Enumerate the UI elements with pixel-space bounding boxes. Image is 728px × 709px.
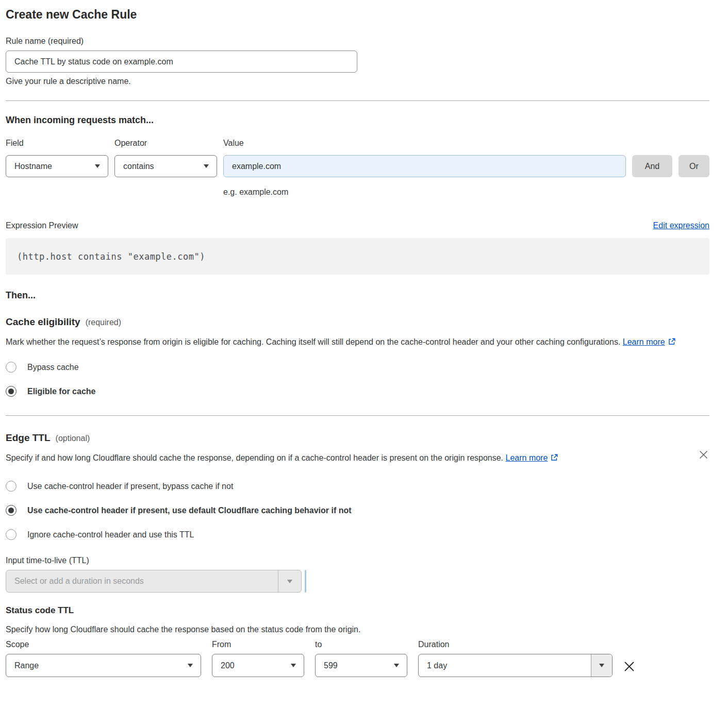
radio-option-default-caching-behavior[interactable]: Use cache-control header if present, use…	[6, 505, 709, 516]
from-select-value: 200	[221, 661, 235, 670]
rule-name-input[interactable]	[6, 50, 357, 73]
match-heading: When incoming requests match...	[6, 114, 709, 126]
status-code-ttl-heading: Status code TTL	[6, 605, 709, 616]
radio-checked-icon[interactable]	[6, 505, 16, 516]
chevron-down-icon	[291, 664, 296, 667]
chevron-down-icon	[95, 164, 100, 168]
field-select[interactable]: Hostname	[6, 155, 108, 177]
to-select-value: 599	[324, 661, 338, 670]
status-code-ttl-row: Scope From to Duration Range 200 599 1 d…	[6, 639, 709, 677]
radio-icon[interactable]	[6, 481, 16, 492]
close-icon[interactable]	[699, 450, 708, 460]
edge-ttl-description: Specify if and how long Cloudflare shoul…	[6, 451, 573, 466]
page-title: Create new Cache Rule	[6, 7, 709, 22]
scope-select[interactable]: Range	[6, 654, 201, 677]
chevron-down-icon	[188, 664, 193, 667]
section-divider	[6, 415, 709, 416]
to-select[interactable]: 599	[315, 654, 407, 677]
radio-option-bypass-if-no-header[interactable]: Use cache-control header if present, byp…	[6, 481, 709, 492]
or-button[interactable]: Or	[679, 155, 709, 177]
edge-ttl-learn-more-link[interactable]: Learn more	[506, 453, 559, 462]
rule-name-help: Give your rule a descriptive name.	[6, 77, 709, 86]
edge-ttl-heading: Edge TTL	[6, 432, 51, 444]
cache-eligibility-heading: Cache eligibility	[6, 316, 80, 328]
chevron-down-icon	[394, 664, 399, 667]
cache-eligibility-description: Mark whether the request’s response from…	[6, 335, 709, 350]
expression-preview-label: Expression Preview	[6, 221, 78, 231]
edge-ttl-section: Edge TTL (optional) Specify if and how l…	[6, 432, 709, 677]
then-heading: Then...	[6, 290, 709, 301]
to-label: to	[315, 639, 407, 650]
chevron-down-icon	[204, 164, 209, 168]
radio-checked-icon[interactable]	[6, 386, 16, 397]
operator-select[interactable]: contains	[114, 155, 217, 177]
rule-name-label: Rule name (required)	[6, 36, 709, 46]
cache-eligibility-qualifier: (required)	[86, 318, 121, 327]
radio-icon[interactable]	[6, 362, 16, 373]
create-cache-rule-page: Create new Cache Rule Rule name (require…	[0, 0, 728, 677]
ttl-duration-select: Select or add a duration in seconds	[6, 570, 302, 593]
chevron-down-icon	[591, 654, 612, 677]
duration-select-value: 1 day	[419, 654, 591, 677]
scope-select-value: Range	[14, 661, 39, 670]
radio-option-ignore-header-use-ttl[interactable]: Ignore cache-control header and use this…	[6, 529, 709, 540]
field-label: Field	[6, 138, 108, 148]
edge-ttl-options: Use cache-control header if present, byp…	[6, 481, 709, 540]
external-link-icon	[550, 452, 558, 466]
duration-select[interactable]: 1 day	[418, 654, 613, 677]
edge-ttl-qualifier: (optional)	[56, 434, 90, 443]
cache-eligibility-options: Bypass cache Eligible for cache	[6, 362, 709, 397]
section-divider	[6, 100, 709, 101]
ttl-duration-placeholder: Select or add a duration in seconds	[6, 570, 278, 592]
value-label: Value	[223, 138, 626, 148]
scope-label: Scope	[6, 639, 201, 650]
operator-select-value: contains	[123, 162, 154, 171]
value-help: e.g. example.com	[223, 188, 626, 197]
status-code-ttl-description: Specify how long Cloudflare should cache…	[6, 623, 709, 636]
value-input[interactable]	[223, 155, 626, 177]
match-builder: Field Operator Value Hostname contains A…	[6, 138, 709, 197]
chevron-down-icon	[278, 570, 301, 592]
external-link-icon	[668, 336, 676, 350]
expression-preview-code: (http.host contains "example.com")	[6, 238, 709, 275]
ttl-input-label: Input time-to-live (TTL)	[6, 555, 709, 566]
radio-icon[interactable]	[6, 529, 16, 540]
radio-option-bypass-cache[interactable]: Bypass cache	[6, 362, 709, 373]
and-button[interactable]: And	[632, 155, 672, 177]
focus-bar	[305, 570, 306, 593]
from-select[interactable]: 200	[212, 654, 304, 677]
duration-label: Duration	[418, 639, 613, 650]
remove-row-icon[interactable]	[623, 661, 636, 672]
field-select-value: Hostname	[14, 162, 52, 171]
edit-expression-link[interactable]: Edit expression	[653, 221, 709, 230]
from-label: From	[212, 639, 304, 650]
operator-label: Operator	[114, 138, 217, 148]
cache-eligibility-learn-more-link[interactable]: Learn more	[623, 337, 676, 346]
radio-option-eligible-for-cache[interactable]: Eligible for cache	[6, 386, 709, 397]
